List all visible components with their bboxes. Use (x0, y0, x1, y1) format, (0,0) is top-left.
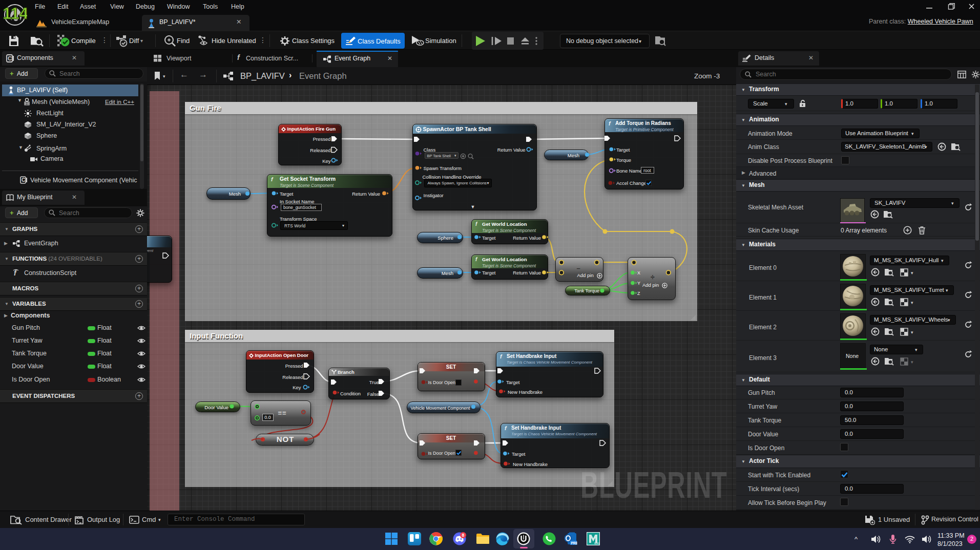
svg-text:114: 114 (3, 5, 27, 23)
svg-text:C: C (8, 55, 12, 61)
svg-text:PRE: PRE (571, 541, 578, 545)
svg-text:C: C (22, 177, 25, 183)
svg-text:MAYA: MAYA (594, 542, 600, 545)
svg-text:8: 8 (462, 533, 465, 538)
